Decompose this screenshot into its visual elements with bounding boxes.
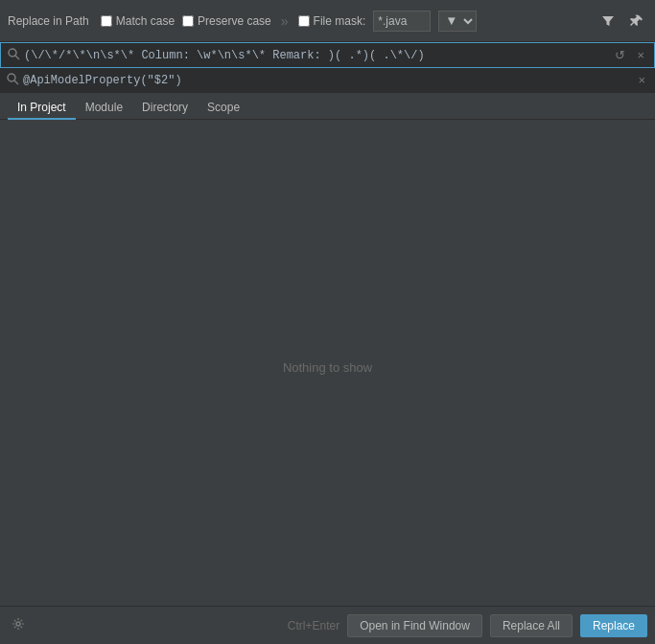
file-mask-checkbox[interactable] xyxy=(298,15,310,27)
find-input[interactable] xyxy=(24,47,607,64)
replace-input[interactable] xyxy=(23,72,630,89)
toolbar-title: Replace in Path xyxy=(8,14,89,28)
svg-point-4 xyxy=(16,622,20,626)
preserve-case-text: Preserve case xyxy=(198,14,271,28)
bottom-bar: Ctrl+Enter Open in Find Window Replace A… xyxy=(0,606,655,644)
replace-button[interactable]: Replace xyxy=(580,614,647,637)
match-case-checkbox[interactable] xyxy=(101,15,112,27)
replace-all-button[interactable]: Replace All xyxy=(490,614,573,637)
find-reset-button[interactable]: ↺ xyxy=(611,46,629,64)
find-row: ↺ × xyxy=(0,42,655,68)
tab-in-project[interactable]: In Project xyxy=(8,97,76,120)
filter-icon xyxy=(601,14,615,28)
empty-label: Nothing to show xyxy=(283,360,372,375)
svg-point-2 xyxy=(8,74,15,81)
open-find-window-button[interactable]: Open in Find Window xyxy=(347,614,482,637)
match-case-text: Match case xyxy=(116,14,175,28)
file-mask-label: File mask: xyxy=(298,14,366,28)
tab-module[interactable]: Module xyxy=(76,97,132,120)
replace-row: × xyxy=(0,68,655,93)
filter-button[interactable] xyxy=(597,12,619,30)
replace-svg-icon xyxy=(6,72,19,85)
tabs-row: In Project Module Directory Scope xyxy=(0,93,655,120)
separator: » xyxy=(279,13,291,29)
main-content: Nothing to show xyxy=(0,120,655,614)
settings-icon xyxy=(12,617,25,631)
preserve-case-label[interactable]: Preserve case xyxy=(182,14,271,28)
find-icon xyxy=(7,47,20,63)
toolbar: Replace in Path Match case Preserve case… xyxy=(0,0,655,42)
file-mask-text: File mask: xyxy=(314,14,366,28)
svg-line-3 xyxy=(14,80,18,84)
replace-close-button[interactable]: × xyxy=(634,71,649,89)
settings-button[interactable] xyxy=(8,615,29,635)
preserve-case-checkbox[interactable] xyxy=(182,15,194,27)
find-svg-icon xyxy=(7,47,20,60)
match-case-label[interactable]: Match case xyxy=(101,14,175,28)
tab-scope[interactable]: Scope xyxy=(198,97,249,120)
replace-icon xyxy=(6,72,19,88)
svg-line-1 xyxy=(15,56,19,59)
keyboard-hint: Ctrl+Enter xyxy=(288,619,339,632)
pin-button[interactable] xyxy=(626,12,647,30)
pin-icon xyxy=(630,14,643,28)
file-mask-dropdown[interactable]: ▼ xyxy=(438,11,477,32)
file-mask-input[interactable] xyxy=(373,11,431,32)
find-close-button[interactable]: × xyxy=(633,46,648,64)
svg-point-0 xyxy=(9,49,16,57)
tab-directory[interactable]: Directory xyxy=(132,97,198,120)
